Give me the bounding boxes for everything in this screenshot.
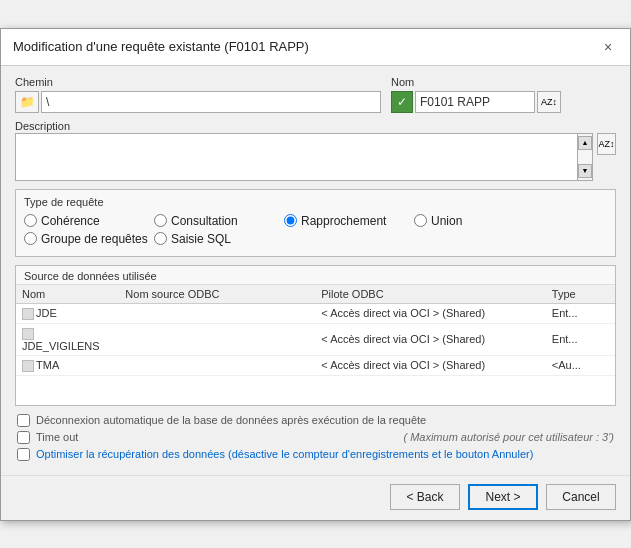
cell-type-1: Ent... [546,303,615,323]
folder-button[interactable]: 📁 [15,91,39,113]
consultation-radio[interactable] [154,214,167,227]
chemin-nom-row: Chemin 📁 Nom ✓ AZ↕ [15,76,616,113]
type-requete-section: Type de requête Cohérence Consultation R… [15,189,616,257]
description-input-row: ▲ ▼ AZ↕ [15,133,616,181]
desc-scrollbar: ▲ ▼ [577,133,593,181]
consultation-label: Consultation [171,214,238,228]
coherence-radio[interactable] [24,214,37,227]
desc-btn-icon: AZ↕ [598,139,614,149]
dialog-title: Modification d'une requête existante (F0… [13,39,309,54]
table-body: JDE < Accès direct via OCI > (Shared) En… [16,303,615,375]
description-area: Description ▲ ▼ AZ↕ [15,119,616,181]
row-icon-3 [22,360,34,372]
chemin-input[interactable] [41,91,381,113]
cell-pilote-3: < Accès direct via OCI > (Shared) [315,355,546,375]
type-requete-label: Type de requête [24,196,607,208]
table-row[interactable]: TMA < Accès direct via OCI > (Shared) <A… [16,355,615,375]
cell-source-3 [119,355,315,375]
nom-input-group: ✓ AZ↕ [391,91,561,113]
header-row: Nom Nom source ODBC Pilote ODBC Type [16,285,615,304]
table-header: Nom Nom source ODBC Pilote ODBC Type [16,285,615,304]
row-icon-2 [22,328,34,340]
cell-pilote-2: < Accès direct via OCI > (Shared) [315,323,546,355]
groupe-radio[interactable] [24,232,37,245]
main-content: Chemin 📁 Nom ✓ AZ↕ [1,66,630,475]
cell-type-3: <Au... [546,355,615,375]
cell-pilote-1: < Accès direct via OCI > (Shared) [315,303,546,323]
col-type-header: Type [546,285,615,304]
radio-row-2: Groupe de requêtes Saisie SQL [24,232,607,246]
cell-nom-3: TMA [16,355,119,375]
row-icon-1 [22,308,34,320]
optimiser-checkbox[interactable] [17,448,30,461]
col-source-header: Nom source ODBC [119,285,315,304]
next-button[interactable]: Next > [468,484,538,510]
chemin-group: Chemin 📁 [15,76,381,113]
close-button[interactable]: × [598,37,618,57]
timeout-label: Time out [36,431,78,443]
coherence-label: Cohérence [41,214,100,228]
timeout-checkbox[interactable] [17,431,30,444]
nom-sort-button[interactable]: AZ↕ [537,91,561,113]
optimiser-label: Optimiser la récupération des données (d… [36,448,533,460]
folder-icon: 📁 [20,95,35,109]
union-radio[interactable] [414,214,427,227]
cell-nom-1: JDE [16,303,119,323]
radio-union: Union [414,214,544,228]
datasource-table: Nom Nom source ODBC Pilote ODBC Type JDE… [16,285,615,376]
timeout-left: Time out [17,431,78,444]
dialog: Modification d'une requête existante (F0… [0,28,631,521]
rapprochement-label: Rapprochement [301,214,386,228]
nom-group: Nom ✓ AZ↕ [391,76,561,113]
radio-consultation: Consultation [154,214,284,228]
radio-rapprochement: Rapprochement [284,214,414,228]
button-bar: < Back Next > Cancel [1,475,630,520]
chemin-label: Chemin [15,76,381,88]
radio-saisie: Saisie SQL [154,232,284,246]
desc-wrap: ▲ ▼ [15,133,593,181]
description-label: Description [15,120,70,132]
deconnexion-row: Déconnexion automatique de la base de do… [15,414,616,427]
radio-groupe: Groupe de requêtes [24,232,154,246]
scroll-down-arrow[interactable]: ▼ [578,164,592,178]
optimiser-row: Optimiser la récupération des données (d… [15,448,616,461]
rapprochement-radio[interactable] [284,214,297,227]
scroll-up-arrow[interactable]: ▲ [578,136,592,150]
col-nom-header: Nom [16,285,119,304]
cell-nom-2: JDE_VIGILENS [16,323,119,355]
description-action-button[interactable]: AZ↕ [597,133,616,155]
chemin-input-group: 📁 [15,91,381,113]
datasource-title: Source de données utilisée [16,266,615,285]
cell-source-2 [119,323,315,355]
cell-type-2: Ent... [546,323,615,355]
description-textarea[interactable] [15,133,577,181]
back-button[interactable]: < Back [390,484,460,510]
table-row[interactable]: JDE < Accès direct via OCI > (Shared) En… [16,303,615,323]
timeout-row: Time out ( Maximum autorisé pour cet uti… [15,431,616,444]
datasource-section: Source de données utilisée Nom Nom sourc… [15,265,616,406]
datasource-body: Nom Nom source ODBC Pilote ODBC Type JDE… [16,285,615,405]
table-row[interactable]: JDE_VIGILENS < Accès direct via OCI > (S… [16,323,615,355]
nom-input[interactable] [415,91,535,113]
groupe-label: Groupe de requêtes [41,232,148,246]
cell-source-1 [119,303,315,323]
deconnexion-label: Déconnexion automatique de la base de do… [36,414,426,426]
saisie-label: Saisie SQL [171,232,231,246]
timeout-max-label: ( Maximum autorisé pour cet utilisateur … [403,431,614,443]
check-icon: ✓ [391,91,413,113]
radio-row-1: Cohérence Consultation Rapprochement Uni… [24,214,607,228]
col-pilote-header: Pilote ODBC [315,285,546,304]
title-bar: Modification d'une requête existante (F0… [1,29,630,66]
sort-icon: AZ↕ [541,97,557,107]
saisie-radio[interactable] [154,232,167,245]
deconnexion-checkbox[interactable] [17,414,30,427]
union-label: Union [431,214,462,228]
nom-label: Nom [391,76,561,88]
radio-coherence: Cohérence [24,214,154,228]
cancel-button[interactable]: Cancel [546,484,616,510]
